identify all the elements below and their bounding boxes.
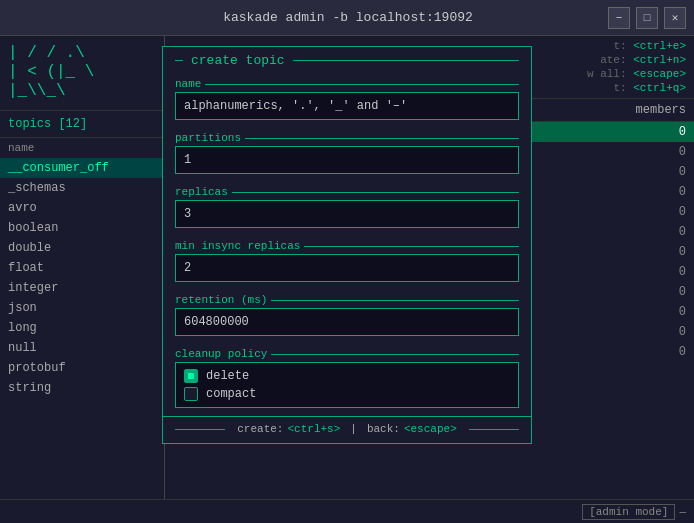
cleanup-options: delete compact xyxy=(175,362,519,408)
create-shortcut-key: <ctrl+s> xyxy=(287,423,340,435)
retention-input[interactable] xyxy=(175,308,519,336)
modal-bottom-bar: create: <ctrl+s> | back: <escape> xyxy=(163,416,531,435)
close-button[interactable]: ✕ xyxy=(664,7,686,29)
admin-mode-badge: [admin mode] xyxy=(582,504,675,520)
modal-title-bar: create topic xyxy=(163,47,531,74)
compact-radio[interactable] xyxy=(184,387,198,401)
replicas-field-group: replicas xyxy=(163,182,531,236)
min-insync-input[interactable] xyxy=(175,254,519,282)
minimize-button[interactable]: − xyxy=(608,7,630,29)
title-line-left xyxy=(175,60,183,61)
maximize-button[interactable]: □ xyxy=(636,7,658,29)
back-shortcut-label: back: xyxy=(367,423,400,435)
min-insync-field-group: min insync replicas xyxy=(163,236,531,290)
create-topic-modal: create topic name partitions xyxy=(162,46,532,444)
cleanup-compact-option[interactable]: compact xyxy=(184,387,510,401)
delete-radio[interactable] xyxy=(184,369,198,383)
main-container: | / / .\ | < (|_ \ |_\\_\ topics [12] na… xyxy=(0,36,694,499)
partitions-label: partitions xyxy=(175,132,519,144)
name-field-group: name xyxy=(163,74,531,128)
compact-label: compact xyxy=(206,387,256,401)
modal-title: create topic xyxy=(191,53,285,68)
retention-field-group: retention (ms) xyxy=(163,290,531,344)
title-line-right xyxy=(293,60,519,61)
retention-label: retention (ms) xyxy=(175,294,519,306)
cleanup-delete-option[interactable]: delete xyxy=(184,369,510,383)
create-shortcut-label: create: xyxy=(237,423,283,435)
min-insync-label: min insync replicas xyxy=(175,240,519,252)
name-input[interactable] xyxy=(175,92,519,120)
partitions-input[interactable] xyxy=(175,146,519,174)
cleanup-field-group: cleanup policy delete compact xyxy=(163,344,531,416)
title-bar: kaskade admin -b localhost:19092 − □ ✕ xyxy=(0,0,694,36)
back-shortcut-key: <escape> xyxy=(404,423,457,435)
partitions-field-group: partitions xyxy=(163,128,531,182)
bottom-separator: | xyxy=(350,423,357,435)
cleanup-label: cleanup policy xyxy=(175,348,519,360)
replicas-label: replicas xyxy=(175,186,519,198)
window-controls: − □ ✕ xyxy=(608,7,686,29)
delete-label: delete xyxy=(206,369,249,383)
replicas-input[interactable] xyxy=(175,200,519,228)
modal-overlay: create topic name partitions xyxy=(0,36,694,499)
window-title: kaskade admin -b localhost:19092 xyxy=(88,10,608,25)
status-bar: [admin mode] — xyxy=(0,499,694,523)
name-label: name xyxy=(175,78,519,90)
